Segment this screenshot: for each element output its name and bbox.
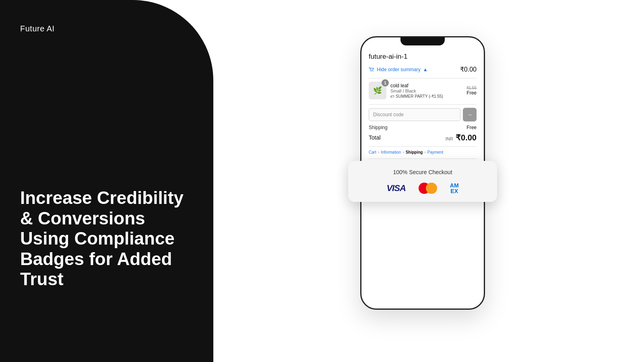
- breadcrumb-payment[interactable]: Payment: [427, 150, 443, 154]
- divider-1: [369, 78, 477, 78]
- divider-3: [369, 146, 477, 147]
- svg-point-0: [371, 71, 372, 72]
- item-variant: Small / Black: [390, 88, 462, 93]
- item-name: cold leaf: [390, 83, 462, 88]
- arrow-icon: →: [467, 111, 473, 118]
- breadcrumb-shipping[interactable]: Shipping: [406, 150, 423, 154]
- amex-logo: AMEX: [450, 183, 459, 194]
- breadcrumb-sep-1: ›: [378, 150, 379, 154]
- discount-apply-button[interactable]: →: [463, 108, 477, 121]
- order-summary-link[interactable]: Hide order summary ▲: [369, 67, 428, 72]
- store-name: future-ai-in-1: [369, 53, 477, 61]
- phone-notch: [400, 37, 445, 45]
- price-original: ₹1.55: [466, 86, 477, 90]
- order-summary-toggle: Hide order summary ▲ ₹0.00: [369, 66, 477, 73]
- chevron-up-icon: ▲: [423, 67, 428, 72]
- headline: Increase Credibility & Conversions Using…: [20, 188, 193, 290]
- cart-icon: [369, 67, 374, 72]
- item-discount-tag: 🏷 SUMMER PARTY (-₹1.55): [390, 94, 462, 99]
- discount-code-input[interactable]: Discount code: [369, 108, 460, 121]
- right-panel: future-ai-in-1 Hide order summary ▲ ₹0.0…: [213, 0, 644, 362]
- price-free: Free: [466, 90, 477, 96]
- order-item: 1 🌿 cold leaf Small / Black 🏷 SUMMER PAR…: [369, 82, 477, 99]
- divider-4: [369, 158, 477, 159]
- mc-circle-right: [426, 183, 437, 194]
- breadcrumb-sep-2: ›: [402, 150, 404, 154]
- visa-logo: VISA: [386, 183, 405, 193]
- total-label: Total: [369, 134, 381, 141]
- brand-logo: Future AI: [20, 24, 55, 33]
- item-details: cold leaf Small / Black 🏷 SUMMER PARTY (…: [390, 83, 462, 99]
- shipping-label: Shipping: [369, 125, 388, 130]
- discount-code-section: Discount code →: [369, 108, 477, 121]
- discount-placeholder: Discount code: [373, 112, 404, 117]
- order-total: ₹0.00: [460, 66, 477, 73]
- tag-icon: 🏷: [390, 94, 394, 99]
- item-price: ₹1.55 Free: [466, 86, 477, 96]
- item-badge: 1: [382, 79, 389, 86]
- shipping-value: Free: [466, 125, 477, 130]
- breadcrumb-information[interactable]: Information: [381, 150, 401, 154]
- payment-logos: VISA AMEX: [358, 183, 487, 194]
- total-amount-group: INR ₹0.00: [446, 133, 477, 142]
- total-currency: INR: [446, 136, 453, 141]
- secure-title: 100% Secure Checkout: [358, 169, 487, 175]
- secure-checkout-card: 100% Secure Checkout VISA AMEX: [348, 161, 497, 202]
- item-image-wrap: 1 🌿: [369, 82, 386, 99]
- total-amount: ₹0.00: [456, 133, 477, 142]
- total-row: Total INR ₹0.00: [369, 133, 477, 142]
- divider-2: [369, 104, 477, 105]
- phone-stack: future-ai-in-1 Hide order summary ▲ ₹0.0…: [360, 36, 497, 326]
- toggle-label: Hide order summary: [377, 67, 421, 72]
- breadcrumb-sep-3: ›: [424, 150, 425, 154]
- mastercard-logo: [419, 183, 437, 194]
- breadcrumb: Cart › Information › Shipping › Payment: [369, 150, 477, 154]
- breadcrumb-cart[interactable]: Cart: [369, 150, 376, 154]
- shipping-row: Shipping Free: [369, 125, 477, 130]
- left-panel: Future AI Increase Credibility & Convers…: [0, 0, 213, 362]
- svg-point-1: [373, 71, 374, 72]
